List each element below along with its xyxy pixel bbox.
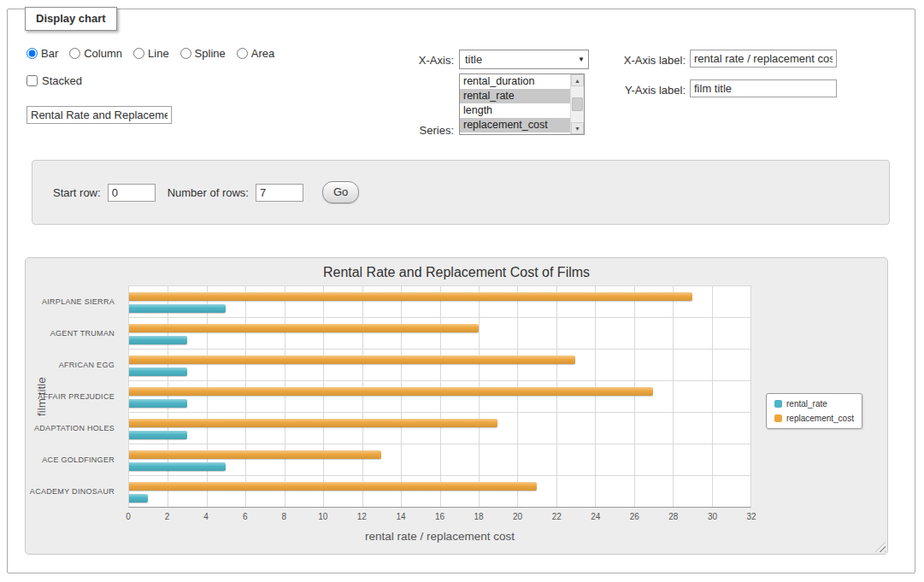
bar-replacement_cost[interactable] [129, 387, 653, 396]
x-tick-label: 8 [281, 512, 286, 521]
start-row-label: Start row: [53, 186, 101, 199]
row-range-panel: Start row: Number of rows: Go [32, 160, 890, 225]
panel-legend: Display chart [25, 7, 117, 31]
x-tick-label: 30 [708, 512, 717, 521]
category-label: AFFAIR PREJUDICE [26, 380, 121, 412]
chart-type-option-spline[interactable]: Spline [180, 47, 226, 60]
category-row [129, 444, 750, 476]
x-tick-label: 24 [591, 512, 600, 521]
go-button[interactable]: Go [322, 181, 359, 203]
chart-title: Rental Rate and Replacement Cost of Film… [26, 265, 887, 280]
scroll-down-icon[interactable]: ▼ [571, 122, 584, 134]
chart-type-radio-bar[interactable] [26, 48, 38, 59]
series-option-length[interactable]: length [460, 103, 570, 118]
bar-replacement_cost[interactable] [129, 292, 692, 301]
x-tick-label: 14 [396, 512, 405, 521]
chart-type-radio-area[interactable] [237, 48, 248, 59]
series-listbox[interactable]: rental_durationrental_ratelengthreplacem… [459, 73, 585, 135]
chart-type-label-line: Line [148, 47, 169, 60]
bar-replacement_cost[interactable] [129, 356, 575, 364]
x-tick-label: 18 [474, 512, 484, 521]
chart-legend: rental_ratereplacement_cost [766, 393, 862, 429]
chart-type-option-column[interactable]: Column [69, 47, 122, 60]
scrollbar-thumb[interactable] [572, 97, 583, 111]
chart-type-label-bar: Bar [41, 47, 58, 60]
chart-type-label-spline: Spline [195, 47, 226, 60]
chart-title-input[interactable] [26, 106, 172, 124]
bar-rental_rate[interactable] [129, 462, 226, 471]
bar-rental_rate[interactable] [129, 336, 187, 344]
chart-x-axis-title: rental rate / replacement cost [128, 530, 751, 543]
category-axis-labels: AIRPLANE SIERRAAGENT TRUMANAFRICAN EGGAF… [26, 285, 121, 508]
series-listbox-label: Series: [384, 124, 454, 137]
x-tick-label: 22 [552, 512, 562, 521]
display-chart-panel: Display chart BarColumnLineSplineArea St… [7, 9, 915, 573]
category-label: AGENT TRUMAN [26, 317, 121, 349]
start-row-input[interactable] [108, 184, 156, 202]
x-tick-label: 6 [243, 512, 248, 521]
bar-replacement_cost[interactable] [129, 419, 497, 427]
category-label: ADAPTATION HOLES [26, 413, 121, 444]
x-axis-select-label: X-Axis: [384, 54, 454, 67]
y-axis-label-field-label: Y-Axis label: [546, 84, 686, 97]
plot-area [128, 285, 751, 508]
x-tick-label: 2 [165, 512, 170, 521]
legend-item-rental_rate[interactable]: rental_rate [774, 399, 854, 409]
x-tick-label: 28 [668, 512, 678, 521]
legend-label-replacement_cost: replacement_cost [786, 414, 854, 423]
chart-type-radio-column[interactable] [69, 48, 80, 59]
chart-type-option-line[interactable]: Line [133, 47, 169, 60]
category-row [129, 318, 750, 350]
x-axis-label-field-label: X-Axis label: [546, 54, 686, 67]
category-label: ACE GOLDFINGER [26, 444, 121, 476]
chart-type-radio-line[interactable] [133, 48, 144, 59]
x-tick-label: 16 [435, 512, 444, 521]
bar-rental_rate[interactable] [129, 431, 187, 439]
chart-type-option-bar[interactable]: Bar [26, 47, 58, 60]
x-tick-label: 20 [513, 512, 522, 521]
category-row [129, 286, 750, 318]
category-row [129, 476, 750, 507]
chart-type-label-area: Area [251, 47, 274, 60]
legend-swatch-replacement_cost [774, 414, 782, 422]
x-axis-tick-labels: 02468101214161820222426283032 [128, 512, 751, 524]
category-label: AIRPLANE SIERRA [26, 285, 121, 317]
bar-rental_rate[interactable] [129, 367, 187, 376]
category-label: AFRICAN EGG [26, 349, 121, 380]
x-tick-label: 0 [126, 512, 131, 521]
series-option-replacement_cost[interactable]: replacement_cost [460, 118, 570, 132]
category-row [129, 350, 750, 381]
legend-label-rental_rate: rental_rate [786, 399, 827, 409]
y-axis-label-input[interactable] [690, 79, 837, 97]
bar-rental_rate[interactable] [129, 494, 148, 503]
x-tick-label: 10 [318, 512, 327, 521]
stacked-checkbox[interactable] [26, 75, 38, 86]
x-tick-label: 12 [357, 512, 367, 521]
category-row [129, 381, 750, 413]
legend-item-replacement_cost[interactable]: replacement_cost [774, 414, 854, 423]
chart-type-label-column: Column [84, 47, 122, 60]
bar-replacement_cost[interactable] [129, 482, 537, 491]
plot-rows [129, 286, 750, 507]
chart-container: Rental Rate and Replacement Cost of Film… [25, 257, 888, 555]
legend-swatch-rental_rate [774, 400, 782, 408]
category-label: ACADEMY DINOSAUR [26, 476, 121, 508]
bar-rental_rate[interactable] [129, 304, 226, 313]
number-of-rows-label: Number of rows: [168, 186, 249, 199]
category-row [129, 413, 750, 444]
x-axis-label-input[interactable] [690, 50, 837, 68]
x-tick-label: 26 [630, 512, 639, 521]
x-tick-label: 4 [203, 512, 209, 521]
chart-type-radio-spline[interactable] [180, 48, 191, 59]
chart-type-radio-group: BarColumnLineSplineArea [26, 47, 274, 60]
stacked-option[interactable]: Stacked [26, 74, 82, 87]
bar-replacement_cost[interactable] [129, 450, 381, 459]
x-tick-label: 32 [746, 512, 756, 521]
resize-grip-icon[interactable] [875, 542, 886, 552]
number-of-rows-input[interactable] [256, 184, 303, 202]
stacked-label: Stacked [42, 74, 82, 87]
bar-rental_rate[interactable] [129, 399, 187, 408]
chart-type-option-area[interactable]: Area [237, 47, 274, 60]
bar-replacement_cost[interactable] [129, 324, 479, 332]
x-axis-selected-value: title [465, 53, 482, 66]
